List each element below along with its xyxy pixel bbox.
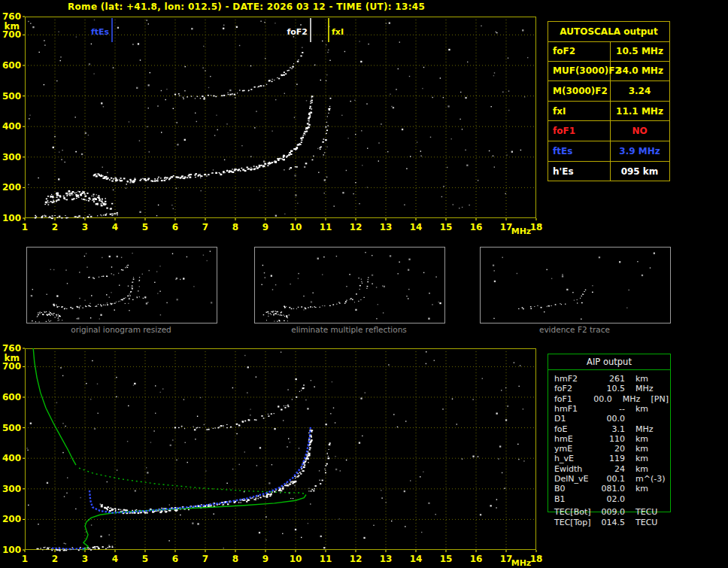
svg-text:7: 7 <box>202 554 208 564</box>
y-axis-unit: km <box>5 353 20 363</box>
parameter-unit: TECU <box>635 507 669 517</box>
grid-lines <box>25 17 536 218</box>
axis-labels: 100200300400500600700760km12345678910111… <box>2 343 542 568</box>
svg-text:10: 10 <box>290 222 302 232</box>
foF2-marker-label: foF2 <box>287 27 308 37</box>
frequency-markers: ftEsfoF2fxI <box>91 18 344 42</box>
parameter-label: foF2 <box>554 384 595 393</box>
svg-text:760: 760 <box>2 11 21 22</box>
svg-text:1: 1 <box>22 554 28 564</box>
parameter-unit: km <box>635 434 669 444</box>
svg-text:11: 11 <box>320 222 332 232</box>
parameter-value: 10.5 <box>595 384 625 393</box>
thumbnail-plot <box>255 248 444 323</box>
ionogram-plot-autoscala: 100200300400500600700760km12345678910111… <box>0 11 572 236</box>
parameter-label: Ewidth <box>554 464 595 474</box>
aip-row-hme: hmE110km <box>554 434 669 444</box>
svg-text:600: 600 <box>2 60 21 71</box>
svg-text:3: 3 <box>82 554 88 564</box>
aip-row-tectop: TEC[Top]014.5TECU <box>554 518 669 527</box>
aip-row-fof1: foF100.0MHz[PN] <box>554 394 669 404</box>
svg-text:18: 18 <box>530 554 543 564</box>
thumbnail-caption: evidence F2 trace <box>480 325 669 334</box>
svg-text:400: 400 <box>2 121 21 132</box>
svg-text:5: 5 <box>142 554 148 564</box>
parameter-value: 009.0 <box>595 507 625 517</box>
parameter-value: 261 <box>595 374 625 384</box>
svg-text:1: 1 <box>22 222 28 232</box>
axis-labels: 100200300400500600700760km12345678910111… <box>2 11 542 236</box>
parameter-value: 3.9 MHz <box>610 141 669 161</box>
svg-text:100: 100 <box>2 213 21 223</box>
parameter-value: 119 <box>595 454 625 463</box>
svg-text:4: 4 <box>112 554 118 564</box>
parameter-unit <box>635 494 669 504</box>
aip-row-d1: D100.0 <box>554 414 669 424</box>
svg-text:13: 13 <box>380 222 393 232</box>
plot-bottom-svg: 100200300400500600700760km12345678910111… <box>0 342 572 568</box>
svg-text:6: 6 <box>172 554 178 564</box>
svg-text:4: 4 <box>112 222 118 232</box>
parameter-value: 34.0 MHz <box>610 62 669 81</box>
parameter-unit: km <box>635 454 669 463</box>
svg-text:5: 5 <box>142 222 148 232</box>
parameter-label: foE <box>554 424 595 434</box>
svg-text:10: 10 <box>290 554 302 564</box>
parameter-value: 081.0 <box>595 484 625 494</box>
svg-text:2: 2 <box>52 554 58 564</box>
parameter-value: 095 km <box>610 162 669 182</box>
autoscala-row-hes: h'Es095 km <box>548 162 669 182</box>
parameter-unit: km <box>635 464 669 474</box>
parameter-unit: km <box>635 404 669 414</box>
parameter-unit: MHz <box>635 424 669 434</box>
thumbnail-caption: original ionogram resized <box>26 325 216 334</box>
thumbnail-1 <box>26 247 217 323</box>
svg-text:500: 500 <box>2 91 21 102</box>
parameter-label: hmF2 <box>554 374 595 384</box>
parameter-value: 02.0 <box>595 494 625 504</box>
svg-text:600: 600 <box>2 392 21 402</box>
y-axis-unit: km <box>5 21 20 32</box>
autoscala-row-muf3000f2: MUF(3000)F234.0 MHz <box>548 62 669 82</box>
parameter-label: DelN_vE <box>554 474 595 484</box>
aip-row-tecbot: TEC[Bot]009.0TECU <box>554 507 669 517</box>
parameter-unit: MHz <box>623 394 650 404</box>
aip-row-foe: foE3.1MHz <box>554 424 669 434</box>
fxI-marker-label: fxI <box>332 27 344 37</box>
parameter-label: foF2 <box>548 41 610 61</box>
thumbnail-plot <box>27 248 217 323</box>
thumbnail-caption: eliminate multiple reflections <box>254 325 444 334</box>
svg-text:16: 16 <box>470 222 483 232</box>
ionogram-plot-aip: 100200300400500600700760km12345678910111… <box>0 342 572 568</box>
svg-text:18: 18 <box>530 222 543 232</box>
svg-text:100: 100 <box>2 545 21 555</box>
svg-text:16: 16 <box>470 554 483 564</box>
svg-text:300: 300 <box>2 484 21 494</box>
parameter-label: B1 <box>554 494 595 504</box>
x-axis-unit: MHz <box>511 558 532 568</box>
parameter-unit: km <box>635 444 669 454</box>
grid-lines <box>25 348 536 550</box>
svg-text:15: 15 <box>440 554 453 564</box>
svg-text:400: 400 <box>2 453 21 463</box>
aip-header-separator <box>548 369 670 370</box>
parameter-label: MUF(3000)F2 <box>548 62 610 81</box>
parameter-value: 24 <box>595 464 625 474</box>
echo-traces <box>28 20 528 219</box>
parameter-value: 00.1 <box>595 474 625 484</box>
autoscala-output-table: AUTOSCALA output foF210.5 MHzMUF(3000)F2… <box>548 21 670 181</box>
parameter-label: fxI <box>548 102 610 121</box>
parameter-value: 20 <box>595 444 625 454</box>
svg-text:2: 2 <box>52 222 58 232</box>
svg-text:3: 3 <box>82 222 88 232</box>
aip-row-ewidth: Ewidth24km <box>554 464 669 474</box>
svg-text:7: 7 <box>202 222 208 232</box>
ftEs-marker-label: ftEs <box>91 27 110 37</box>
parameter-label: foF1 <box>554 394 587 404</box>
svg-text:9: 9 <box>262 222 268 232</box>
svg-text:15: 15 <box>440 222 453 232</box>
parameter-value: 3.24 <box>610 81 669 101</box>
parameter-unit: MHz <box>635 384 669 393</box>
parameter-label: foF1 <box>548 121 610 141</box>
svg-text:8: 8 <box>232 554 238 564</box>
